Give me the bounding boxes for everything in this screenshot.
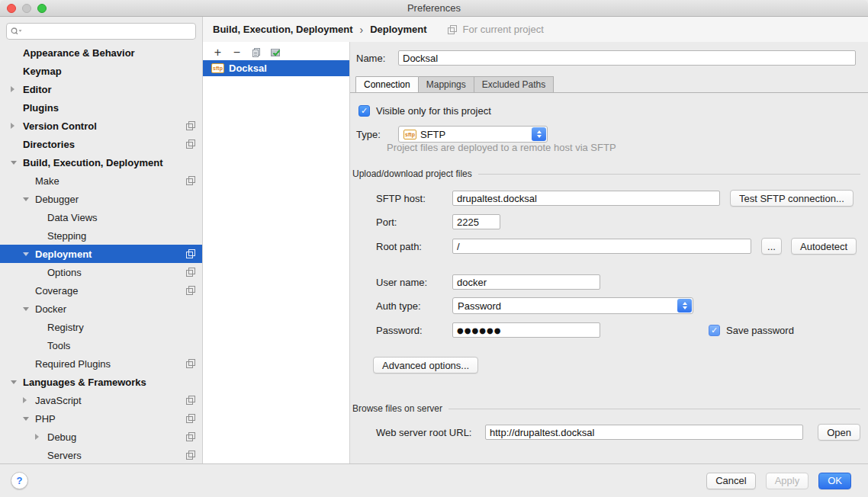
- sidebar-item-languages-frameworks[interactable]: Languages & Frameworks: [0, 373, 202, 391]
- auth-type-select[interactable]: Password: [452, 297, 693, 314]
- help-button[interactable]: ?: [11, 472, 28, 489]
- sidebar-item-data-views[interactable]: Data Views: [0, 208, 202, 226]
- sidebar-item-registry[interactable]: Registry: [0, 318, 202, 336]
- sidebar-item-php[interactable]: PHP: [0, 409, 202, 428]
- password-row: Password: Save password: [350, 322, 860, 338]
- tree-arrow-spacer: [23, 360, 35, 367]
- dropdown-stepper-icon[interactable]: [532, 127, 546, 141]
- sidebar-item-label: Servers: [47, 450, 82, 461]
- sidebar-item-debugger[interactable]: Debugger: [0, 190, 202, 208]
- cancel-button[interactable]: Cancel: [706, 473, 755, 489]
- root-path-input[interactable]: [452, 239, 751, 254]
- open-button[interactable]: Open: [818, 424, 860, 441]
- sidebar-item-plugins[interactable]: Plugins: [0, 98, 202, 117]
- add-icon[interactable]: +: [208, 46, 227, 59]
- sidebar-item-tools[interactable]: Tools: [0, 336, 202, 354]
- visible-only-row: Visible only for this project: [350, 102, 860, 119]
- port-input[interactable]: [452, 214, 500, 229]
- port-row: Port:: [350, 213, 860, 230]
- user-name-input[interactable]: [452, 274, 600, 290]
- server-item-docksal[interactable]: sftpDocksal: [203, 60, 349, 76]
- sidebar-item-label: Registry: [47, 322, 84, 333]
- sidebar-item-label: Languages & Frameworks: [23, 377, 146, 388]
- breadcrumb-item[interactable]: Build, Execution, Deployment: [213, 24, 352, 35]
- sidebar-item-label: Version Control: [23, 120, 97, 132]
- auth-type-value: Password: [458, 300, 501, 312]
- chevron-right-icon[interactable]: [23, 396, 35, 404]
- sidebar-item-options[interactable]: Options: [0, 263, 202, 281]
- sidebar-item-deployment[interactable]: Deployment: [0, 245, 202, 263]
- web-root-input[interactable]: [485, 425, 803, 440]
- password-input[interactable]: [452, 322, 600, 338]
- upload-section-title: Upload/download project files: [352, 168, 472, 179]
- remove-icon[interactable]: −: [227, 46, 246, 59]
- tab-excluded-paths[interactable]: Excluded Paths: [474, 76, 554, 93]
- tab-mappings[interactable]: Mappings: [419, 76, 474, 93]
- sidebar-item-label: PHP: [35, 413, 56, 425]
- sidebar-item-editor[interactable]: Editor: [0, 80, 202, 98]
- sidebar-item-stepping[interactable]: Stepping: [0, 226, 202, 245]
- tree-arrow-spacer: [23, 177, 35, 184]
- sftp-host-input[interactable]: [452, 191, 720, 206]
- type-label: Type:: [356, 129, 398, 140]
- tab-connection[interactable]: Connection: [355, 76, 419, 93]
- chevron-down-icon[interactable]: [11, 378, 23, 386]
- sidebar-item-coverage[interactable]: Coverage: [0, 281, 202, 300]
- tab-divider: [350, 92, 868, 93]
- search-input[interactable]: [23, 24, 192, 38]
- sidebar-item-directories[interactable]: Directories: [0, 135, 202, 153]
- breadcrumb-separator-icon: ›: [359, 24, 363, 36]
- title-bar[interactable]: Preferences: [0, 0, 868, 17]
- for-current-project-icon: [186, 176, 195, 185]
- browse-section-header: Browse files on server: [352, 402, 860, 415]
- chevron-down-icon[interactable]: [23, 415, 35, 422]
- sidebar-item-servers[interactable]: Servers: [0, 446, 202, 463]
- advanced-options-button[interactable]: Advanced options...: [373, 357, 478, 374]
- dropdown-stepper-icon[interactable]: [677, 299, 692, 313]
- visible-only-checkbox[interactable]: [358, 105, 370, 117]
- sidebar-item-label: Coverage: [35, 285, 78, 297]
- for-current-project-icon: [186, 121, 195, 130]
- search-box[interactable]: [6, 23, 196, 40]
- type-row: Type: sftp SFTP: [350, 126, 860, 143]
- sidebar-item-label: Required Plugins: [35, 358, 111, 370]
- web-root-label: Web server root URL:: [376, 427, 485, 438]
- preferences-dialog: Preferences Appearance & BehaviorKeymapE…: [0, 0, 868, 497]
- sidebar-item-keymap[interactable]: Keymap: [0, 62, 202, 80]
- sidebar-item-version-control[interactable]: Version Control: [0, 117, 202, 135]
- autodetect-button[interactable]: Autodetect: [791, 238, 857, 255]
- sidebar-item-build-execution-deployment[interactable]: Build, Execution, Deployment: [0, 153, 202, 172]
- server-list-panel: +− sftpDocksal: [203, 42, 350, 463]
- type-value: SFTP: [420, 129, 445, 140]
- for-current-project-icon: [186, 432, 195, 441]
- chevron-right-icon[interactable]: [35, 433, 47, 441]
- name-input[interactable]: [398, 50, 856, 66]
- chevron-right-icon[interactable]: [11, 122, 23, 130]
- sidebar-item-required-plugins[interactable]: Required Plugins: [0, 354, 202, 373]
- sidebar-item-javascript[interactable]: JavaScript: [0, 391, 202, 409]
- sidebar-item-label: Plugins: [23, 102, 59, 114]
- breadcrumb-item[interactable]: Deployment: [370, 24, 426, 35]
- sidebar-item-docker[interactable]: Docker: [0, 300, 202, 318]
- type-select[interactable]: sftp SFTP: [398, 126, 548, 143]
- for-current-project-icon: [186, 249, 195, 258]
- use-as-default-icon[interactable]: [265, 46, 285, 59]
- test-sftp-connection-button[interactable]: Test SFTP connection...: [730, 190, 854, 207]
- settings-sidebar: Appearance & BehaviorKeymapEditorPlugins…: [0, 17, 203, 463]
- chevron-down-icon[interactable]: [23, 305, 35, 313]
- chevron-right-icon[interactable]: [11, 85, 23, 93]
- sidebar-item-make[interactable]: Make: [0, 172, 202, 190]
- sidebar-item-appearance-behavior[interactable]: Appearance & Behavior: [0, 43, 202, 62]
- web-root-row: Web server root URL: Open: [350, 424, 860, 441]
- copy-icon[interactable]: [246, 46, 265, 59]
- browse-root-path-button[interactable]: ...: [761, 238, 782, 255]
- apply-button[interactable]: Apply: [766, 473, 809, 489]
- chevron-down-icon[interactable]: [23, 195, 35, 203]
- tree-arrow-spacer: [11, 104, 23, 111]
- chevron-down-icon[interactable]: [23, 250, 35, 258]
- save-password-checkbox[interactable]: [709, 325, 720, 336]
- ok-button[interactable]: OK: [818, 473, 851, 489]
- window-title: Preferences: [0, 0, 868, 17]
- sidebar-item-debug[interactable]: Debug: [0, 428, 202, 446]
- chevron-down-icon[interactable]: [11, 159, 23, 166]
